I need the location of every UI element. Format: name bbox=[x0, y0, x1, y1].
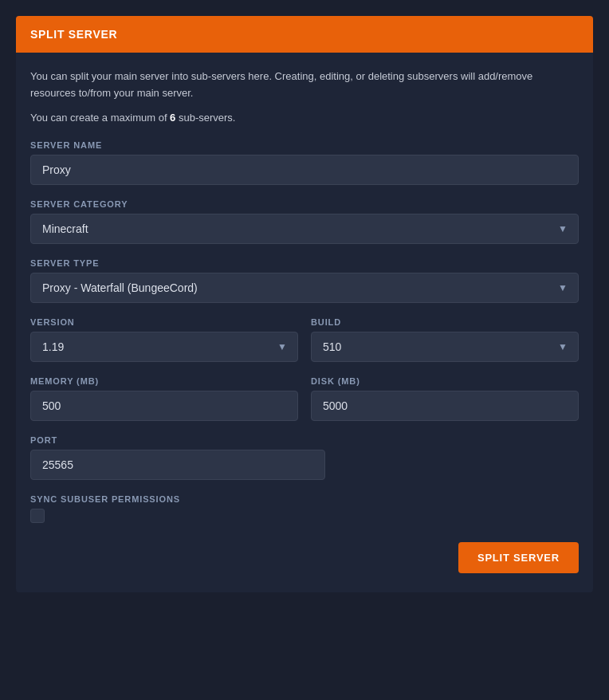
memory-disk-row: MEMORY (MB) DISK (MB) bbox=[30, 376, 579, 435]
panel-header: SPLIT SERVER bbox=[16, 16, 593, 53]
port-group: PORT bbox=[30, 435, 325, 480]
version-select[interactable]: 1.19 bbox=[30, 332, 298, 362]
version-build-row: VERSION 1.19 ▼ BUILD 510 ▼ bbox=[30, 317, 579, 376]
port-label: PORT bbox=[30, 435, 325, 445]
disk-input[interactable] bbox=[311, 391, 579, 421]
build-select[interactable]: 510 bbox=[311, 332, 579, 362]
memory-input[interactable] bbox=[30, 391, 298, 421]
server-category-wrapper: Minecraft ▼ bbox=[30, 214, 579, 244]
description-line1: You can split your main server into sub-… bbox=[30, 69, 579, 102]
memory-label: MEMORY (MB) bbox=[30, 376, 298, 386]
sync-subuser-checkbox[interactable] bbox=[30, 509, 45, 523]
server-name-label: SERVER NAME bbox=[30, 140, 579, 150]
build-wrapper: 510 ▼ bbox=[311, 332, 579, 362]
server-type-group: SERVER TYPE Proxy - Waterfall (BungeeCor… bbox=[30, 258, 579, 303]
disk-label: DISK (MB) bbox=[311, 376, 579, 386]
sync-subuser-group: SYNC SUBUSER PERMISSIONS bbox=[30, 494, 579, 523]
server-type-wrapper: Proxy - Waterfall (BungeeCord) ▼ bbox=[30, 273, 579, 303]
form: SERVER NAME SERVER CATEGORY Minecraft ▼ … bbox=[30, 140, 579, 573]
server-name-group: SERVER NAME bbox=[30, 140, 579, 185]
split-server-button[interactable]: SPLIT SERVER bbox=[458, 542, 579, 573]
server-name-input[interactable] bbox=[30, 155, 579, 185]
server-category-group: SERVER CATEGORY Minecraft ▼ bbox=[30, 199, 579, 244]
build-label: BUILD bbox=[311, 317, 579, 327]
disk-group: DISK (MB) bbox=[311, 376, 579, 421]
description-line2: You can create a maximum of 6 sub-server… bbox=[30, 110, 579, 127]
version-group: VERSION 1.19 ▼ bbox=[30, 317, 298, 362]
panel-title: SPLIT SERVER bbox=[30, 28, 117, 41]
build-group: BUILD 510 ▼ bbox=[311, 317, 579, 362]
sync-subuser-checkbox-group bbox=[30, 509, 579, 523]
version-label: VERSION bbox=[30, 317, 298, 327]
split-server-panel: SPLIT SERVER You can split your main ser… bbox=[16, 16, 593, 592]
server-category-label: SERVER CATEGORY bbox=[30, 199, 579, 209]
server-category-select[interactable]: Minecraft bbox=[30, 214, 579, 244]
description-line2-suffix: sub-servers. bbox=[175, 112, 235, 124]
sync-subuser-label: SYNC SUBUSER PERMISSIONS bbox=[30, 494, 579, 504]
server-type-label: SERVER TYPE bbox=[30, 258, 579, 268]
panel-content: You can split your main server into sub-… bbox=[16, 53, 593, 592]
version-wrapper: 1.19 ▼ bbox=[30, 332, 298, 362]
description-line2-prefix: You can create a maximum of bbox=[30, 112, 170, 124]
memory-group: MEMORY (MB) bbox=[30, 376, 298, 421]
server-type-select[interactable]: Proxy - Waterfall (BungeeCord) bbox=[30, 273, 579, 303]
footer-actions: SPLIT SERVER bbox=[30, 542, 579, 573]
port-input[interactable] bbox=[30, 450, 325, 480]
